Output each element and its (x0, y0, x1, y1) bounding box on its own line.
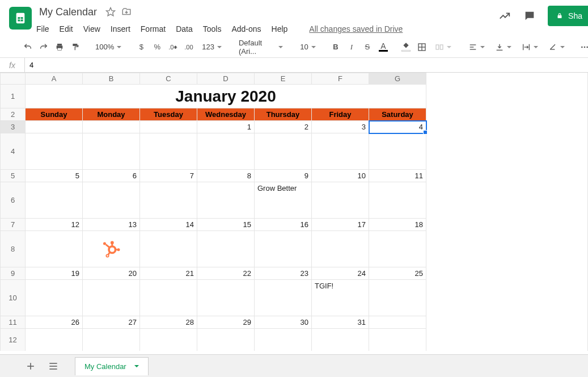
cell[interactable]: Grow Better (255, 182, 312, 219)
cell[interactable] (140, 133, 197, 170)
row-header-7[interactable]: 7 (1, 219, 26, 231)
day-header-cell[interactable]: Monday (83, 108, 140, 121)
v-align-dropdown[interactable] (492, 40, 515, 55)
row-header-2[interactable]: 2 (1, 108, 26, 121)
cell[interactable] (197, 133, 255, 170)
cell[interactable] (197, 231, 255, 267)
format-currency-button[interactable]: $ (135, 40, 147, 55)
cell[interactable]: 12 (26, 219, 83, 231)
cell[interactable] (255, 280, 312, 316)
menu-view[interactable]: View (83, 24, 100, 33)
spreadsheet-grid[interactable]: ABCDEFG1January 20202SundayMondayTuesday… (0, 73, 426, 351)
row-header-4[interactable]: 4 (1, 133, 26, 170)
cell[interactable]: 8 (197, 170, 255, 182)
fill-color-button[interactable] (400, 40, 412, 55)
row-header-12[interactable]: 12 (1, 329, 26, 351)
col-header-A[interactable]: A (26, 73, 83, 85)
cell[interactable] (369, 133, 426, 170)
cell[interactable] (26, 280, 83, 316)
strikethrough-button[interactable]: S (361, 40, 374, 55)
cell[interactable]: 26 (26, 316, 83, 329)
cell[interactable] (26, 329, 83, 351)
menu-addons[interactable]: Add-ons (231, 24, 261, 33)
format-percent-button[interactable]: % (151, 40, 163, 55)
move-icon[interactable] (121, 7, 132, 17)
row-header-8[interactable]: 8 (1, 231, 26, 267)
col-header-G[interactable]: G (369, 73, 426, 85)
sheet-tab-menu-icon[interactable] (134, 365, 139, 367)
h-align-dropdown[interactable] (465, 40, 488, 55)
cell[interactable]: 7 (140, 170, 197, 182)
col-header-D[interactable]: D (197, 73, 255, 85)
italic-button[interactable]: I (345, 40, 358, 55)
day-header-cell[interactable]: Wednesday (197, 108, 255, 121)
cell[interactable] (140, 182, 197, 219)
cell[interactable]: 9 (255, 170, 312, 182)
sheets-app-icon[interactable] (9, 7, 32, 30)
cell[interactable]: 18 (369, 219, 426, 231)
save-status[interactable]: All changes saved in Drive (309, 24, 403, 33)
cell[interactable]: 13 (83, 219, 140, 231)
row-header-1[interactable]: 1 (1, 85, 26, 108)
row-header-10[interactable]: 10 (1, 280, 26, 316)
day-header-cell[interactable]: Sunday (26, 108, 83, 121)
cell[interactable]: 16 (255, 219, 312, 231)
row-header-5[interactable]: 5 (1, 170, 26, 182)
cell[interactable] (369, 280, 426, 316)
cell[interactable] (83, 280, 140, 316)
cell[interactable]: 14 (140, 219, 197, 231)
cell[interactable]: 15 (197, 219, 255, 231)
cell[interactable] (197, 329, 255, 351)
cell[interactable]: 11 (369, 170, 426, 182)
cell[interactable]: 24 (312, 267, 369, 280)
calendar-title-cell[interactable]: January 2020 (26, 85, 426, 108)
cell[interactable]: 27 (83, 316, 140, 329)
increase-decimal-button[interactable]: .00 (183, 40, 195, 55)
col-header-C[interactable]: C (140, 73, 197, 85)
cell[interactable]: 10 (312, 170, 369, 182)
cell[interactable] (26, 231, 83, 267)
bold-button[interactable]: B (329, 40, 342, 55)
cell[interactable]: 17 (312, 219, 369, 231)
cell[interactable] (140, 329, 197, 351)
cell[interactable] (255, 133, 312, 170)
cell[interactable]: 25 (369, 267, 426, 280)
col-header-B[interactable]: B (83, 73, 140, 85)
cell[interactable] (312, 182, 369, 219)
cell[interactable] (369, 329, 426, 351)
paint-format-button[interactable] (69, 40, 82, 55)
cell[interactable]: 3 (312, 121, 369, 133)
more-button[interactable] (578, 40, 588, 55)
cell[interactable] (26, 133, 83, 170)
cell[interactable] (83, 329, 140, 351)
cell[interactable] (140, 280, 197, 316)
menu-insert[interactable]: Insert (111, 24, 130, 33)
cell[interactable]: 31 (312, 316, 369, 329)
undo-button[interactable] (22, 40, 34, 55)
menu-tools[interactable]: Tools (203, 24, 222, 33)
cell[interactable] (255, 329, 312, 351)
print-button[interactable] (53, 40, 66, 55)
cell[interactable]: 21 (140, 267, 197, 280)
day-header-cell[interactable]: Saturday (369, 108, 426, 121)
cell[interactable] (369, 231, 426, 267)
row-header-9[interactable]: 9 (1, 267, 26, 280)
cell[interactable]: TGIF! (312, 280, 369, 316)
star-icon[interactable] (105, 7, 116, 17)
menu-data[interactable]: Data (176, 24, 193, 33)
zoom-dropdown[interactable]: 100% (92, 40, 125, 55)
col-header-F[interactable]: F (312, 73, 369, 85)
row-header-3[interactable]: 3 (1, 121, 26, 133)
share-button[interactable]: Sha (548, 6, 588, 26)
cell[interactable] (140, 231, 197, 267)
cell[interactable] (26, 182, 83, 219)
cell[interactable] (140, 121, 197, 133)
cell[interactable] (83, 231, 140, 267)
decrease-decimal-button[interactable]: .0 (167, 40, 179, 55)
merge-cells-dropdown[interactable] (432, 40, 455, 55)
cell[interactable]: 28 (140, 316, 197, 329)
sheet-tab-1[interactable]: My Calendar (75, 357, 149, 375)
text-color-button[interactable]: A (377, 40, 390, 55)
day-header-cell[interactable]: Thursday (255, 108, 312, 121)
doc-title[interactable]: My Calendar (36, 6, 100, 19)
